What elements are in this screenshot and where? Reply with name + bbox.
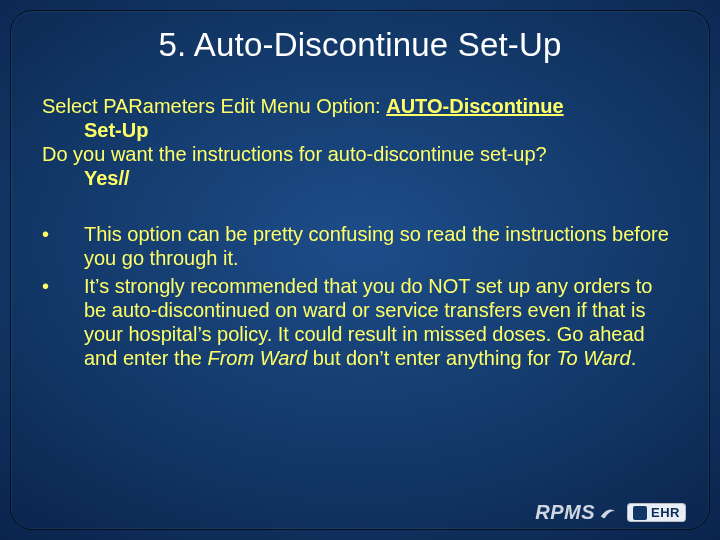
prompt-question: Do you want the instructions for auto-di…: [42, 142, 678, 166]
footer-logos: RPMS EHR: [535, 501, 686, 524]
rpms-logo: RPMS: [535, 501, 617, 524]
list-item: • It’s strongly recommended that you do …: [42, 274, 678, 370]
bullet2-em1: From Ward: [207, 347, 307, 369]
slide-title: 5. Auto-Discontinue Set-Up: [0, 0, 720, 64]
ehr-square-icon: [633, 506, 647, 520]
prompt-answer: Yes//: [42, 166, 678, 190]
ehr-text: EHR: [651, 505, 680, 520]
prompt-option-line2: Set-Up: [42, 118, 678, 142]
bullet-list: • This option can be pretty confusing so…: [42, 222, 678, 370]
prompt-line-1: Select PARameters Edit Menu Option: AUTO…: [42, 94, 678, 118]
bullet-marker: •: [42, 274, 84, 370]
slide: 5. Auto-Discontinue Set-Up Select PARame…: [0, 0, 720, 540]
swoosh-icon: [599, 504, 617, 522]
bullet2-em2: To Ward: [556, 347, 630, 369]
list-item: • This option can be pretty confusing so…: [42, 222, 678, 270]
prompt-option: AUTO-Discontinue: [386, 95, 563, 117]
rpms-text: RPMS: [535, 501, 595, 524]
bullet2-post: .: [631, 347, 637, 369]
bullet-text: This option can be pretty confusing so r…: [84, 222, 678, 270]
bullet2-mid: but don’t enter anything for: [307, 347, 556, 369]
slide-body: Select PARameters Edit Menu Option: AUTO…: [0, 64, 720, 370]
prompt-prefix: Select PARameters Edit Menu Option:: [42, 95, 386, 117]
ehr-logo: EHR: [627, 503, 686, 522]
bullet-text: It’s strongly recommended that you do NO…: [84, 274, 678, 370]
bullet-marker: •: [42, 222, 84, 270]
